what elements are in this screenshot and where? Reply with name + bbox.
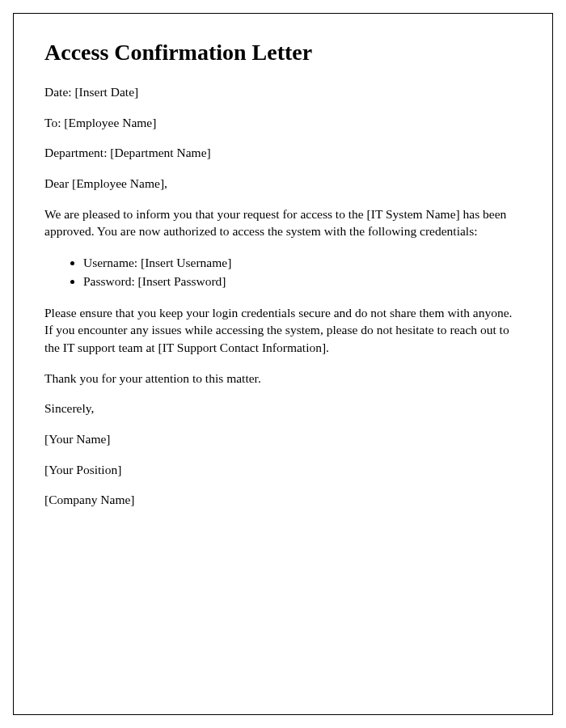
signature-position: [Your Position] <box>44 461 522 479</box>
thank-you-line: Thank you for your attention to this mat… <box>44 370 522 387</box>
salutation: Dear [Employee Name], <box>44 175 522 193</box>
document-title: Access Confirmation Letter <box>44 40 522 66</box>
credentials-list: Username: [Insert Username] Password: [I… <box>83 253 522 291</box>
closing-line: Sincerely, <box>44 400 522 417</box>
signature-name: [Your Name] <box>44 430 522 448</box>
document-frame: Access Confirmation Letter Date: [Insert… <box>13 13 553 715</box>
credential-password: Password: [Insert Password] <box>83 272 522 290</box>
company-name: [Company Name] <box>44 491 522 509</box>
to-line: To: [Employee Name] <box>44 114 522 132</box>
body-paragraph-security: Please ensure that you keep your login c… <box>44 304 522 357</box>
body-paragraph-approval: We are pleased to inform you that your r… <box>44 205 522 240</box>
date-line: Date: [Insert Date] <box>44 83 522 101</box>
credential-username: Username: [Insert Username] <box>83 253 522 272</box>
department-line: Department: [Department Name] <box>44 144 522 162</box>
